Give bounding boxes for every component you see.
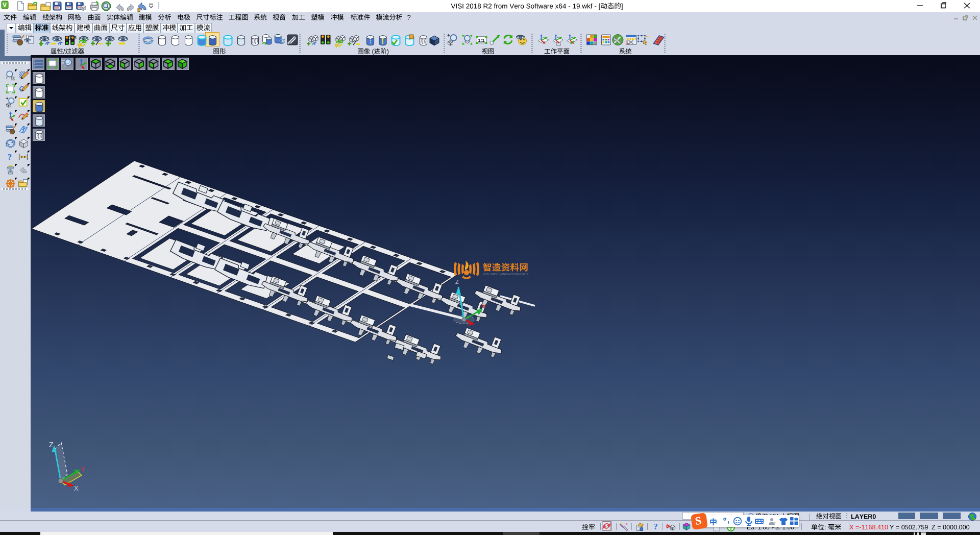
svg-text:Z: Z: [49, 441, 54, 449]
svg-text:X: X: [74, 484, 79, 492]
svg-text:Y: Y: [81, 466, 85, 473]
svg-text:Z: Z: [455, 279, 459, 285]
